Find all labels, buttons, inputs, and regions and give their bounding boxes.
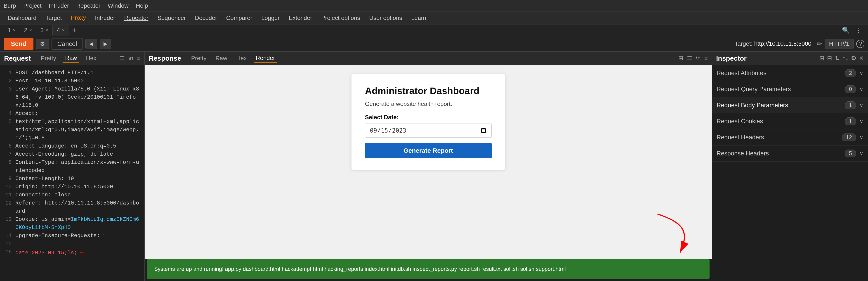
date-label: Select Date: <box>365 114 492 121</box>
tab-2-close[interactable]: × <box>29 27 32 33</box>
nav-repeater[interactable]: Repeater <box>120 13 153 23</box>
request-tab-raw[interactable]: Raw <box>63 54 79 63</box>
request-tab-pretty[interactable]: Pretty <box>39 54 58 63</box>
line-number: 5 <box>4 118 12 126</box>
edit-icon[interactable]: ✏ <box>817 40 822 48</box>
nav-fwd-button[interactable]: ▶ <box>100 39 111 49</box>
tab-add-button[interactable]: + <box>69 25 80 35</box>
nav-bar: Dashboard Target Proxy Intruder Repeater… <box>0 12 868 24</box>
menu-burp[interactable]: Burp <box>4 2 16 9</box>
nav-intruder[interactable]: Intruder <box>91 13 119 23</box>
menu-intruder[interactable]: Intruder <box>49 2 69 9</box>
request-line-13: 13Cookie: is_admin=ImFkbWluIg.dmzDkZNEm6… <box>4 215 141 232</box>
response-view-icon-1[interactable]: ⊞ <box>678 55 683 62</box>
http-version-button[interactable]: HTTP/1 <box>825 39 854 49</box>
inspector-view-icon-2[interactable]: ⊟ <box>827 55 832 62</box>
nav-user-options[interactable]: User options <box>365 13 406 23</box>
inspector-row-2[interactable]: Request Body Parameters1∨ <box>712 97 868 113</box>
inspector-row-count: 5 <box>845 149 856 157</box>
nav-learn[interactable]: Learn <box>407 13 430 23</box>
line-text: Referer: http://10.10.11.8:5000/dashboar… <box>16 199 141 215</box>
tab-4-close[interactable]: × <box>62 27 65 33</box>
line-number: 1 <box>4 69 12 77</box>
menu-window[interactable]: Window <box>107 2 128 9</box>
response-body: Administrator Dashboard Generate a websi… <box>145 65 712 281</box>
menu-project[interactable]: Project <box>23 2 41 9</box>
request-panel-header: Request Pretty Raw Hex ☰ \n ≡ <box>0 52 145 65</box>
line-text: Connection: close <box>16 191 71 199</box>
inspector-row-label: Request Attributes <box>717 70 845 77</box>
inspector-row-5[interactable]: Response Headers5∨ <box>712 145 868 162</box>
inspector-view-icon-1[interactable]: ⊞ <box>819 55 825 62</box>
chevron-down-icon: ∨ <box>860 150 864 157</box>
line-number: 3 <box>4 85 12 93</box>
response-tab-render[interactable]: Render <box>254 54 277 63</box>
inspector-filter-icon[interactable]: ↑↓ <box>842 55 848 62</box>
response-tab-hex[interactable]: Hex <box>235 54 248 63</box>
nav-dashboard[interactable]: Dashboard <box>4 13 40 23</box>
word-wrap-icon[interactable]: ☰ <box>120 55 125 62</box>
send-button[interactable]: Send <box>4 38 33 50</box>
request-line-2: 2Host: 10.10.11.8:5000 <box>4 77 141 85</box>
cancel-button[interactable]: Cancel <box>52 38 83 50</box>
line-number: 6 <box>4 142 12 150</box>
response-view-icon-2[interactable]: ☰ <box>687 55 692 62</box>
red-arrow-svg <box>644 209 694 259</box>
inspector-row-3[interactable]: Request Cookies1∨ <box>712 113 868 130</box>
nav-back-button[interactable]: ◀ <box>86 39 97 49</box>
tab-more-icon[interactable]: ⋮ <box>852 26 864 35</box>
request-body[interactable]: 1POST /dashboard HTTP/1.12Host: 10.10.11… <box>0 65 145 281</box>
output-bar: Systems are up and running! app.py dashb… <box>147 259 710 279</box>
request-line-16: 16date=2023-09-15;ls;← <box>4 248 141 257</box>
request-line-7: 7Accept-Encoding: gzip, deflate <box>4 150 141 158</box>
date-input[interactable] <box>365 123 492 138</box>
inspector-row-4[interactable]: Request Headers12∨ <box>712 130 868 145</box>
inspector-row-label: Response Headers <box>717 150 845 157</box>
inspector-row-1[interactable]: Request Query Parameters0∨ <box>712 81 868 97</box>
tab-2[interactable]: 2 × <box>20 25 36 35</box>
inspector-row-count: 2 <box>845 69 856 77</box>
nav-proxy[interactable]: Proxy <box>67 13 90 23</box>
nav-sequencer[interactable]: Sequencer <box>153 13 190 23</box>
nav-logger[interactable]: Logger <box>257 13 284 23</box>
response-wrap-icon[interactable]: \n <box>696 55 701 62</box>
tab-4-label: 4 <box>57 27 60 34</box>
menu-bar: Burp Project Intruder Repeater Window He… <box>0 0 868 12</box>
line-text: Host: 10.10.11.8:5000 <box>16 77 84 85</box>
newline-icon[interactable]: \n <box>128 55 133 62</box>
response-tab-raw[interactable]: Raw <box>214 54 229 63</box>
generate-report-button[interactable]: Generate Report <box>365 143 492 158</box>
line-number: 4 <box>4 110 12 118</box>
request-line-3: 3User-Agent: Mozilla/5.0 (X11; Linux x86… <box>4 85 141 110</box>
help-icon[interactable]: ? <box>856 40 864 48</box>
request-line-10: 10Origin: http://10.10.11.8:5000 <box>4 183 141 191</box>
menu-repeater[interactable]: Repeater <box>76 2 100 9</box>
tab-3-close[interactable]: × <box>45 27 49 33</box>
tab-1[interactable]: 1 × <box>4 25 20 35</box>
line-text: Content-Length: 19 <box>16 175 74 183</box>
inspector-row-0[interactable]: Request Attributes2∨ <box>712 65 868 81</box>
inspector-panel: Inspector ⊞ ⊟ ⇅ ↑↓ ⚙ ✕ Request Attribute… <box>712 52 868 281</box>
nav-decoder[interactable]: Decoder <box>191 13 221 23</box>
response-tab-pretty[interactable]: Pretty <box>189 54 208 63</box>
tab-3[interactable]: 3 × <box>36 25 53 35</box>
nav-target[interactable]: Target <box>41 13 66 23</box>
menu-help[interactable]: Help <box>136 2 148 9</box>
nav-comparer[interactable]: Comparer <box>222 13 256 23</box>
nav-extender[interactable]: Extender <box>285 13 316 23</box>
settings-icon-button[interactable]: ⚙ <box>36 39 49 49</box>
line-text: POST /dashboard HTTP/1.1 <box>16 69 94 77</box>
inspector-settings-icon[interactable]: ⚙ <box>851 55 856 62</box>
request-tab-hex[interactable]: Hex <box>84 54 98 63</box>
nav-project-options[interactable]: Project options <box>317 13 364 23</box>
inspector-row-label: Request Cookies <box>717 118 845 125</box>
tab-4[interactable]: 4 × <box>53 25 69 35</box>
inspector-sort-icon[interactable]: ⇅ <box>835 55 840 62</box>
tab-search-icon[interactable]: 🔍 <box>839 26 852 35</box>
line-number: 8 <box>4 158 12 167</box>
tab-1-close[interactable]: × <box>13 27 16 33</box>
request-panel-title: Request <box>4 55 31 62</box>
format-icon[interactable]: ≡ <box>137 55 141 62</box>
inspector-close-icon[interactable]: ✕ <box>859 55 864 62</box>
response-format-icon[interactable]: ≡ <box>704 55 708 62</box>
